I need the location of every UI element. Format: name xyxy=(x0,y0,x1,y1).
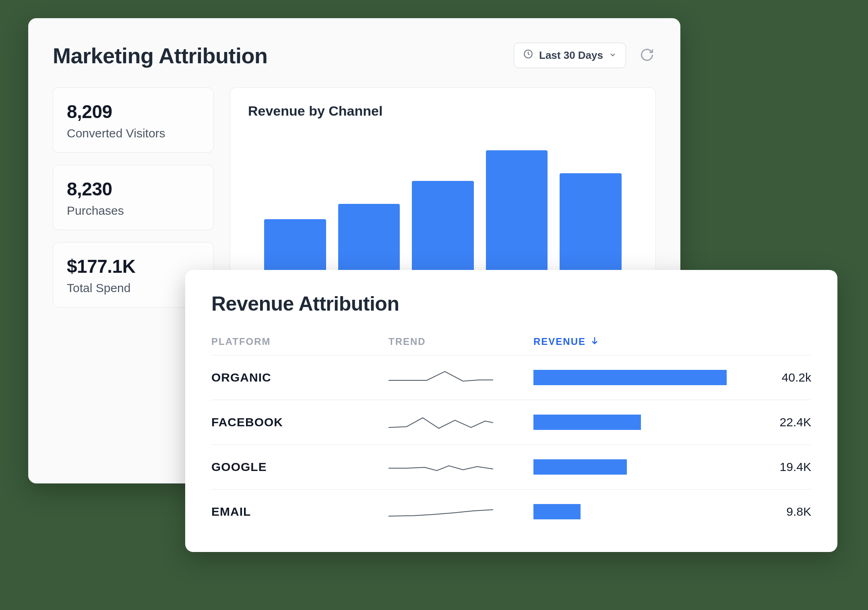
revenue-attribution-card: Revenue Attribution PLATFORM TREND REVEN… xyxy=(185,270,837,552)
column-header-revenue-label: REVENUE xyxy=(533,336,586,347)
platform-name: EMAIL xyxy=(211,505,389,519)
header-controls: Last 30 Days xyxy=(514,43,656,68)
stat-purchases: 8,230 Purchases xyxy=(53,165,214,230)
date-range-label: Last 30 Days xyxy=(539,49,603,62)
trend-sparkline xyxy=(389,501,533,523)
column-header-platform[interactable]: PLATFORM xyxy=(211,336,389,347)
revenue-bar xyxy=(533,504,581,519)
card-header: Marketing Attribution Last 30 Days xyxy=(53,43,656,68)
trend-sparkline xyxy=(389,367,533,388)
date-range-picker[interactable]: Last 30 Days xyxy=(514,43,626,68)
platform-name: ORGANIC xyxy=(211,371,389,384)
revenue-cell: 22.4K xyxy=(533,415,811,430)
column-header-revenue[interactable]: REVENUE xyxy=(533,336,599,348)
revenue-bar xyxy=(533,370,727,385)
revenue-cell: 19.4K xyxy=(533,459,811,475)
revenue-value: 40.2k xyxy=(755,371,811,384)
arrow-down-icon xyxy=(590,336,599,348)
clock-icon xyxy=(523,49,533,62)
stat-value: $177.1K xyxy=(67,255,200,277)
revenue-value: 22.4K xyxy=(755,415,811,429)
bar-chart-area xyxy=(248,135,638,288)
revenue-cell: 9.8K xyxy=(533,504,811,519)
stat-value: 8,230 xyxy=(67,178,200,200)
platform-name: FACEBOOK xyxy=(211,415,389,429)
platform-name: GOOGLE xyxy=(211,460,389,474)
stat-converted-visitors: 8,209 Converted Visitors xyxy=(53,87,214,153)
stat-label: Purchases xyxy=(67,204,200,218)
card-title: Revenue Attribution xyxy=(211,292,811,315)
table-row: ORGANIC40.2k xyxy=(211,355,811,400)
stat-label: Converted Visitors xyxy=(67,127,200,140)
revenue-cell: 40.2k xyxy=(533,370,811,385)
trend-sparkline xyxy=(389,456,533,478)
table-header: PLATFORM TREND REVENUE xyxy=(211,336,811,355)
stat-value: 8,209 xyxy=(67,101,200,122)
attribution-table: PLATFORM TREND REVENUE ORGANIC40.2kFACEB… xyxy=(211,336,811,534)
table-row: GOOGLE19.4K xyxy=(211,445,811,490)
column-header-trend[interactable]: TREND xyxy=(389,336,533,347)
table-row: EMAIL9.8K xyxy=(211,490,811,534)
stat-label: Total Spend xyxy=(67,281,200,295)
trend-sparkline xyxy=(389,411,533,433)
revenue-value: 19.4K xyxy=(755,460,811,474)
refresh-button[interactable] xyxy=(638,47,656,64)
chart-bar xyxy=(486,150,548,288)
page-title: Marketing Attribution xyxy=(53,43,267,68)
revenue-value: 9.8K xyxy=(755,505,811,519)
chevron-down-icon xyxy=(609,49,617,62)
table-row: FACEBOOK22.4K xyxy=(211,400,811,445)
refresh-icon xyxy=(640,48,654,64)
revenue-bar xyxy=(533,415,641,430)
revenue-bar xyxy=(533,459,627,475)
chart-title: Revenue by Channel xyxy=(248,103,638,119)
